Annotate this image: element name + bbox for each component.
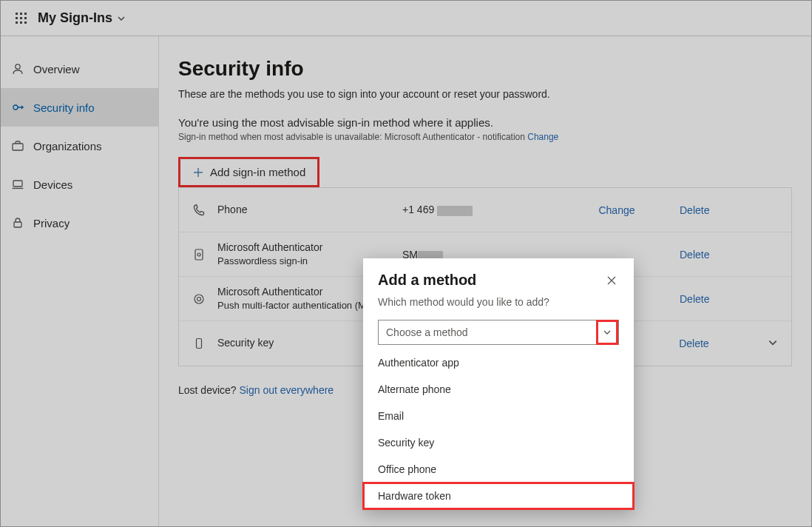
- method-options-list: Authenticator app Alternate phone Email …: [363, 346, 634, 509]
- add-method-modal: Add a method Which method would you like…: [363, 258, 634, 509]
- method-select[interactable]: Choose a method: [378, 320, 619, 345]
- option-email[interactable]: Email: [363, 403, 634, 429]
- chevron-down-icon: [603, 328, 612, 337]
- option-security-key[interactable]: Security key: [363, 429, 634, 456]
- option-hardware-token[interactable]: Hardware token: [363, 483, 634, 509]
- option-authenticator-app[interactable]: Authenticator app: [363, 349, 634, 376]
- select-placeholder: Choose a method: [386, 326, 468, 338]
- modal-header: Add a method: [363, 258, 634, 296]
- modal-title: Add a method: [378, 272, 476, 289]
- option-office-phone[interactable]: Office phone: [363, 456, 634, 483]
- option-alternate-phone[interactable]: Alternate phone: [363, 376, 634, 403]
- close-button[interactable]: [604, 273, 619, 288]
- method-select-row: Choose a method: [363, 320, 634, 346]
- close-icon: [606, 275, 617, 286]
- modal-subtitle: Which method would you like to add?: [363, 296, 634, 320]
- page-root: My Sign-Ins Overview Security info Organ…: [0, 0, 812, 527]
- select-chevron-button[interactable]: [596, 320, 618, 345]
